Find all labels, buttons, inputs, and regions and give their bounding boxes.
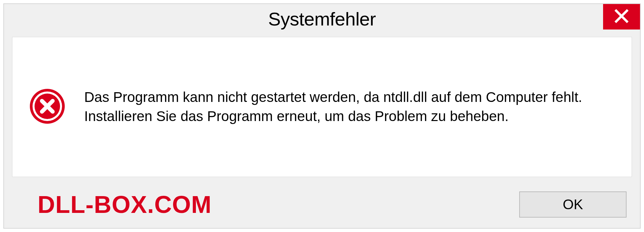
error-message: Das Programm kann nicht gestartet werden…	[84, 88, 587, 126]
ok-button[interactable]: OK	[519, 191, 627, 218]
watermark-text: DLL-BOX.COM	[38, 191, 212, 218]
error-icon	[29, 88, 65, 126]
close-button[interactable]	[603, 4, 640, 30]
close-icon	[614, 9, 629, 25]
titlebar: Systemfehler	[4, 4, 640, 34]
dialog-footer: DLL-BOX.COM OK	[4, 181, 640, 228]
content-panel: Das Programm kann nicht gestartet werden…	[12, 37, 632, 177]
error-dialog: Systemfehler Das Programm kann nicht ges…	[3, 3, 641, 229]
dialog-title: Systemfehler	[268, 8, 376, 30]
